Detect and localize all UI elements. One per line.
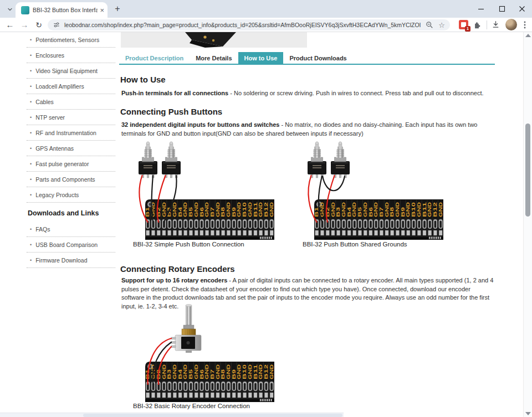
tab-close-icon[interactable]: × xyxy=(100,7,104,14)
category-list: •Potentiometers, Sensors•Enclosures•Vide… xyxy=(27,32,115,203)
sidebar-item-faqs[interactable]: •FAQs xyxy=(27,222,115,237)
svg-text:B10: B10 xyxy=(411,202,416,217)
sidebar-item-loadcell-amplifiers[interactable]: •Loadcell Amplifiers xyxy=(27,79,115,94)
svg-text:B5: B5 xyxy=(188,369,193,379)
tab-title: BBI-32 Button Box Interface - V xyxy=(33,7,98,13)
svg-text:GND: GND xyxy=(226,364,231,379)
bullet-icon: • xyxy=(30,258,32,263)
product-tabs: Product DescriptionMore DetailsHow to Us… xyxy=(119,52,495,65)
sidebar-item-cables[interactable]: •Cables xyxy=(27,94,115,110)
svg-text:GND: GND xyxy=(363,202,368,217)
tab-more-details[interactable]: More Details xyxy=(190,52,238,64)
svg-text:GND: GND xyxy=(248,364,253,379)
svg-text:B12: B12 xyxy=(264,202,269,217)
sidebar-item-label: Enclosures xyxy=(35,52,64,59)
sidebar-item-label: Fast pulse generator xyxy=(35,161,89,167)
vertical-scrollbar-thumb[interactable] xyxy=(525,123,530,217)
section-heading-rotary-encoders: Connecting Rotary Encoders xyxy=(120,264,235,274)
svg-text:B8: B8 xyxy=(221,207,226,217)
product-board-photo xyxy=(121,32,307,48)
bullet-icon: • xyxy=(30,146,32,151)
sidebar-item-label: Legacy Products xyxy=(35,192,79,198)
svg-text:B7: B7 xyxy=(210,207,215,217)
bullet-icon: • xyxy=(30,38,32,43)
bullet-icon: • xyxy=(30,131,32,136)
svg-text:GND: GND xyxy=(204,202,209,217)
svg-text:GND: GND xyxy=(374,202,378,217)
tab-how-to-use[interactable]: How to Use xyxy=(238,52,284,64)
sidebar-item-label: Cables xyxy=(35,99,54,105)
svg-text:B7: B7 xyxy=(379,207,384,217)
sidebar-item-label: Firmware Download xyxy=(35,257,87,264)
svg-text:B4: B4 xyxy=(347,207,352,217)
sidebar-item-label: Parts and Components xyxy=(35,176,95,183)
product-photo-cropped xyxy=(121,32,307,48)
figure-caption: BBI-32 Basic Rotary Encoder Connection xyxy=(133,403,250,409)
horizontal-scrollbar-thumb[interactable] xyxy=(83,414,342,417)
address-bar[interactable]: leobodnar.com/shop/index.php?main_page=p… xyxy=(48,19,450,30)
sidebar-item-usb-board-comparison[interactable]: •USB Board Comparison xyxy=(27,237,115,253)
vertical-scrollbar[interactable] xyxy=(523,32,532,417)
scroll-up-arrow-icon[interactable] xyxy=(525,34,531,37)
sidebar-item-legacy-products[interactable]: •Legacy Products xyxy=(27,187,115,203)
adblock-extension-icon[interactable]: 1 xyxy=(459,20,468,29)
intro-text: - No soldering or screw driving. Push in… xyxy=(228,90,483,96)
back-button[interactable]: ← xyxy=(3,18,17,32)
horizontal-scrollbar[interactable] xyxy=(0,413,344,417)
svg-text:B4: B4 xyxy=(178,369,183,379)
window-maximize-button[interactable] xyxy=(493,1,511,17)
bullet-icon: • xyxy=(30,193,32,198)
toolbar-divider xyxy=(487,20,487,29)
profile-avatar[interactable] xyxy=(505,19,517,30)
zoom-indicator-icon[interactable] xyxy=(426,21,433,29)
sidebar-item-potentiometers-sensors[interactable]: •Potentiometers, Sensors xyxy=(27,32,115,48)
figure-push-button-shared-grounds: B1GNDB2GNDB3GNDB4GNDB5GNDB6GNDB7GNDB8GND… xyxy=(302,141,443,240)
new-tab-button[interactable]: + xyxy=(112,3,123,14)
browser-window: BBI-32 Button Box Interface - V × + ← → … xyxy=(0,0,532,417)
tab-product-downloads[interactable]: Product Downloads xyxy=(283,52,352,64)
bullet-icon: • xyxy=(30,162,32,167)
sidebar-item-parts-and-components[interactable]: •Parts and Components xyxy=(27,172,115,187)
downloads-icon[interactable] xyxy=(491,20,500,32)
svg-text:GND: GND xyxy=(320,202,325,217)
sidebar-item-fast-pulse-generator[interactable]: •Fast pulse generator xyxy=(27,156,115,172)
svg-text:B9: B9 xyxy=(401,207,406,217)
push-buttons-paragraph: 32 independent digital inputs for button… xyxy=(121,121,494,138)
browser-tab[interactable]: BBI-32 Button Box Interface - V × xyxy=(16,2,108,18)
svg-text:GND: GND xyxy=(172,202,177,217)
push-buttons-bold: 32 independent digital inputs for button… xyxy=(121,121,279,128)
site-info-icon[interactable] xyxy=(53,21,60,29)
menu-dots-icon[interactable] xyxy=(521,20,529,32)
forward-button[interactable]: → xyxy=(18,18,31,32)
encoders-bold: Support for up to 16 rotary encoders xyxy=(121,277,227,284)
svg-text:GND: GND xyxy=(237,202,242,217)
svg-text:B6: B6 xyxy=(369,207,374,217)
product-main: Product DescriptionMore DetailsHow to Us… xyxy=(119,32,495,417)
svg-text:B3: B3 xyxy=(167,207,172,217)
sidebar-item-gps-antennas[interactable]: •GPS Antennas xyxy=(27,141,115,156)
reload-button[interactable]: ↻ xyxy=(32,18,45,32)
sidebar-item-video-signal-equipment[interactable]: •Video Signal Equipment xyxy=(27,63,115,79)
svg-text:GND: GND xyxy=(204,364,209,379)
svg-text:GND: GND xyxy=(183,202,188,217)
svg-text:GND: GND xyxy=(417,202,422,217)
figure-caption: BBI-32 Simple Push Button Connection xyxy=(133,241,244,248)
sidebar-item-ntp-server[interactable]: •NTP server xyxy=(27,110,115,125)
tab-product-description[interactable]: Product Description xyxy=(119,52,190,64)
close-icon xyxy=(519,6,525,12)
sidebar-item-label: NTP server xyxy=(35,114,65,121)
window-minimize-button[interactable] xyxy=(472,1,490,17)
svg-text:GND: GND xyxy=(406,202,411,217)
page-title: How to Use xyxy=(120,75,166,84)
bullet-icon: • xyxy=(30,84,32,89)
tab-search-button[interactable] xyxy=(4,4,15,14)
svg-text:B8: B8 xyxy=(221,369,226,379)
bookmark-star-icon[interactable]: ☆ xyxy=(438,22,445,29)
window-close-button[interactable] xyxy=(513,1,531,17)
sidebar-item-firmware-download[interactable]: •Firmware Download xyxy=(27,253,115,268)
sidebar-item-enclosures[interactable]: •Enclosures xyxy=(27,48,115,63)
scroll-down-arrow-icon[interactable] xyxy=(525,412,531,415)
url-text: leobodnar.com/shop/index.php?main_page=p… xyxy=(64,22,421,28)
extensions-puzzle-icon[interactable] xyxy=(472,20,482,32)
sidebar-item-rf-and-instrumentation[interactable]: •RF and Instrumentation xyxy=(27,125,115,141)
